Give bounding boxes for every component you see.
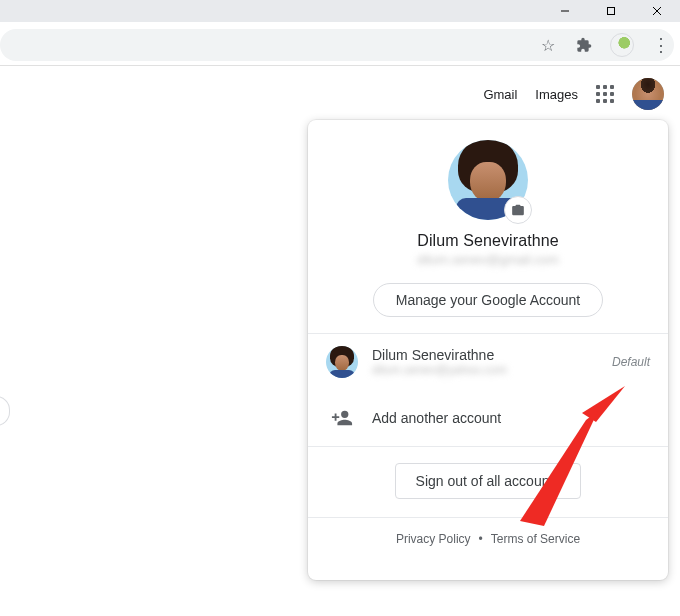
maximize-button[interactable] — [588, 0, 634, 22]
avatar-image — [326, 346, 358, 378]
manage-account-button[interactable]: Manage your Google Account — [373, 283, 603, 317]
separator-dot: • — [479, 532, 483, 546]
svg-rect-1 — [608, 8, 615, 15]
sign-out-all-button[interactable]: Sign out of all accounts — [395, 463, 582, 499]
apps-grid-icon[interactable] — [596, 85, 614, 103]
person-add-icon — [326, 402, 358, 434]
minimize-button[interactable] — [542, 0, 588, 22]
add-account-row[interactable]: Add another account — [308, 390, 668, 446]
terms-of-service-link[interactable]: Terms of Service — [491, 532, 580, 546]
change-photo-button[interactable] — [504, 196, 532, 224]
default-account-tag: Default — [612, 355, 650, 369]
account-popup: Dilum Senevirathne dilum.senev@gmail.com… — [308, 120, 668, 580]
popup-footer: Privacy Policy • Terms of Service — [308, 518, 668, 560]
kebab-menu-icon[interactable]: ⋮ — [650, 35, 670, 55]
account-avatar[interactable] — [632, 78, 664, 110]
gmail-link[interactable]: Gmail — [483, 87, 517, 102]
privacy-policy-link[interactable]: Privacy Policy — [396, 532, 471, 546]
account-row-name: Dilum Senevirathne — [372, 347, 598, 363]
account-email: dilum.senev@gmail.com — [417, 252, 559, 267]
close-button[interactable] — [634, 0, 680, 22]
account-list: Dilum Senevirathne dilum.senev@yahoo.com… — [308, 334, 668, 446]
extensions-icon[interactable] — [574, 35, 594, 55]
add-account-label: Add another account — [372, 410, 650, 426]
camera-icon — [511, 203, 525, 217]
bookmark-star-icon[interactable]: ☆ — [538, 35, 558, 55]
window-title-bar — [0, 0, 680, 22]
account-row[interactable]: Dilum Senevirathne dilum.senev@yahoo.com… — [308, 334, 668, 390]
google-header: Gmail Images — [483, 78, 664, 110]
page-edge-decoration — [0, 396, 10, 426]
profile-avatar-icon[interactable] — [610, 33, 634, 57]
account-name: Dilum Senevirathne — [417, 232, 558, 250]
profile-photo — [448, 140, 528, 220]
images-link[interactable]: Images — [535, 87, 578, 102]
account-row-email: dilum.senev@yahoo.com — [372, 363, 598, 377]
browser-toolbar: ☆ ⋮ — [0, 22, 680, 66]
